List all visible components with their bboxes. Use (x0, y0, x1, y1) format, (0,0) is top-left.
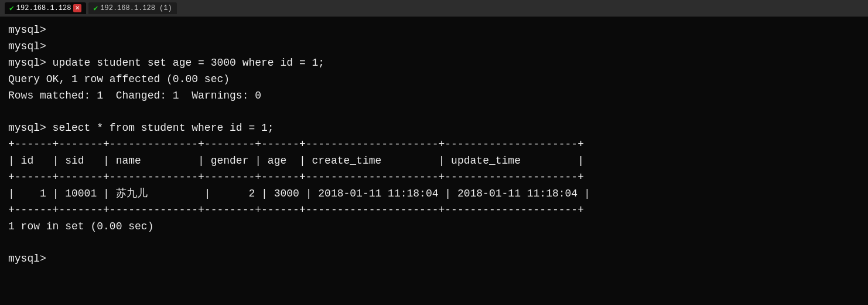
tab-2[interactable]: ✔ 192.168.1.128 (1) (88, 2, 176, 14)
tab-1-close[interactable]: ✕ (73, 4, 81, 12)
tab-2-label: 192.168.1.128 (1) (100, 4, 172, 12)
title-bar: ✔ 192.168.1.128 ✕ ✔ 192.168.1.128 (1) (0, 0, 868, 16)
check-icon-1: ✔ (9, 4, 14, 13)
tab-1[interactable]: ✔ 192.168.1.128 ✕ (5, 2, 86, 14)
tab-1-label: 192.168.1.128 (16, 4, 71, 12)
check-icon-2: ✔ (93, 4, 98, 13)
terminal[interactable]: mysql> mysql> mysql> update student set … (0, 16, 868, 273)
